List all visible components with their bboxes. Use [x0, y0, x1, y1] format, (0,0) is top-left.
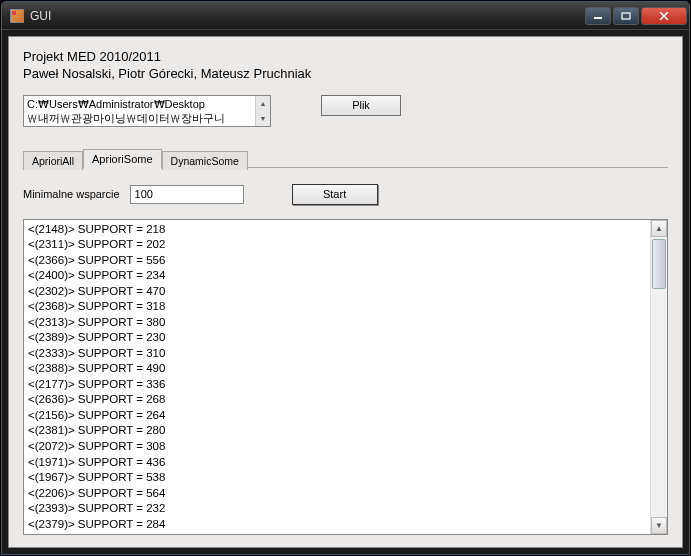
- start-button[interactable]: Start: [292, 184, 378, 205]
- window-frame: GUI Projekt MED 2010/2011 Paweł Nosalski…: [0, 0, 691, 556]
- results-panel: <(2148)> SUPPORT = 218 <(2311)> SUPPORT …: [23, 219, 668, 535]
- file-path-line1: C:₩Users₩Administrator₩Desktop: [27, 97, 267, 111]
- results-scroll-down-icon[interactable]: ▼: [651, 517, 667, 534]
- project-title: Projekt MED 2010/2011: [23, 49, 668, 66]
- file-button[interactable]: Plik: [321, 95, 401, 116]
- maximize-button[interactable]: [613, 7, 639, 25]
- titlebar[interactable]: GUI: [2, 2, 689, 30]
- app-icon: [10, 9, 24, 23]
- min-support-label: Minimalne wsparcie: [23, 188, 120, 200]
- client-area: Projekt MED 2010/2011 Paweł Nosalski, Pi…: [8, 36, 683, 548]
- window-title: GUI: [30, 9, 585, 23]
- window-inner: GUI Projekt MED 2010/2011 Paweł Nosalski…: [1, 1, 690, 555]
- filebox-scrollbar: ▲ ▼: [255, 96, 270, 126]
- results-scroll-up-icon[interactable]: ▲: [651, 220, 667, 237]
- tab-dynamicsome[interactable]: DynamicSome: [162, 151, 248, 170]
- minimize-icon: [593, 12, 603, 20]
- maximize-icon: [621, 12, 631, 20]
- min-support-input[interactable]: [130, 185, 244, 204]
- tab-strip: AprioriAll AprioriSome DynamicSome: [23, 149, 668, 168]
- close-button[interactable]: [641, 7, 687, 25]
- tab-apriorisome[interactable]: AprioriSome: [83, 149, 162, 169]
- window-controls: [585, 7, 687, 25]
- project-header: Projekt MED 2010/2011 Paweł Nosalski, Pi…: [23, 49, 668, 83]
- svg-rect-0: [594, 17, 602, 19]
- results-scrollbar: ▲ ▼: [650, 220, 667, 534]
- project-authors: Paweł Nosalski, Piotr Górecki, Mateusz P…: [23, 66, 668, 83]
- scroll-up-icon[interactable]: ▲: [256, 96, 270, 111]
- file-path-line2: ₩내꺼₩관광마이닝₩데이터₩장바구니: [27, 111, 267, 125]
- minimize-button[interactable]: [585, 7, 611, 25]
- file-row: C:₩Users₩Administrator₩Desktop ₩내꺼₩관광마이닝…: [23, 95, 668, 127]
- close-icon: [659, 12, 669, 20]
- results-text[interactable]: <(2148)> SUPPORT = 218 <(2311)> SUPPORT …: [24, 220, 650, 534]
- file-path-box[interactable]: C:₩Users₩Administrator₩Desktop ₩내꺼₩관광마이닝…: [23, 95, 271, 127]
- results-scroll-track[interactable]: [651, 237, 667, 517]
- svg-rect-1: [622, 13, 630, 19]
- params-row: Minimalne wsparcie Start: [23, 184, 668, 205]
- tab-aprioriall[interactable]: AprioriAll: [23, 151, 83, 170]
- scroll-down-icon[interactable]: ▼: [256, 111, 270, 126]
- results-scroll-thumb[interactable]: [652, 239, 666, 289]
